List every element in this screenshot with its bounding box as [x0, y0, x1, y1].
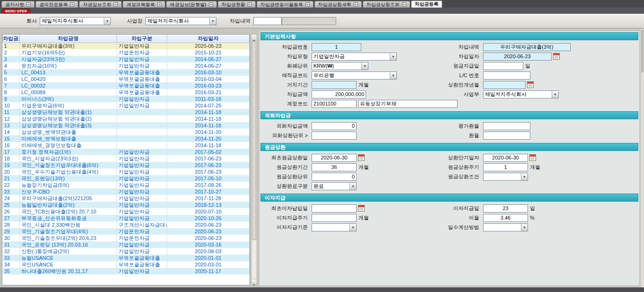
company-select[interactable]: 제일저지주식회사 — [40, 17, 111, 25]
first-repay-date-input[interactable] — [312, 154, 357, 162]
tab-item[interactable]: 공지사항× — [1, 1, 35, 8]
deposit-code-select[interactable]: 우리은행 — [312, 71, 397, 80]
tab-item[interactable]: 차입금현황× — [218, 1, 256, 8]
principal-pay-day-input[interactable] — [483, 62, 523, 70]
calendar-icon[interactable] — [358, 205, 365, 212]
loan-desc-filter-input[interactable] — [253, 17, 282, 25]
day-count-method-select[interactable] — [483, 223, 528, 231]
fx-rate-input[interactable] — [483, 132, 530, 140]
menu-open-button[interactable]: MENU OPEN — [1, 9, 31, 13]
tab-item[interactable]: 자금일보조회× — [79, 1, 122, 8]
tab-active[interactable]: 차입금등록 — [411, 0, 442, 8]
table-row[interactable]: 14삼성생명_변액약관대출2014-11-20 — [3, 129, 250, 135]
table-row[interactable]: 23신보 P-CBO기업일반자금2017-10-27 — [3, 188, 250, 195]
fx-eval-rate-input[interactable] — [483, 122, 530, 130]
table-row[interactable]: 19국민_기술창조기업우대대출(6억)기업일반자금2017-06-23 — [3, 162, 250, 168]
tab-close-icon[interactable]: × — [27, 2, 31, 7]
tab-item[interactable]: 차입금상환조회× — [363, 1, 410, 8]
table-row[interactable]: 17중기청 정책자금(1억)기업일반자금2017-05-02 — [3, 149, 250, 155]
repay-condition-select[interactable] — [483, 173, 528, 181]
loan-type-select[interactable]: 기업일반자금 — [312, 53, 397, 61]
tab-close-icon[interactable]: × — [114, 2, 118, 7]
tab-item[interactable]: 차입금변동이율등록× — [257, 1, 313, 8]
tab-item[interactable]: 차입금상환계획× — [314, 1, 362, 8]
table-row[interactable]: 11삼성생명단체보험 약관대출(1)2014-11-18 — [3, 109, 250, 115]
tab-item[interactable]: 예금일보(은행별)× — [166, 1, 217, 8]
maturity-date-input[interactable] — [483, 154, 528, 162]
tab-item[interactable]: 결의전표등록× — [36, 1, 78, 8]
interest-pay-day-input[interactable] — [483, 204, 528, 212]
column-header[interactable]: 차입금명 — [20, 35, 117, 43]
tab-close-icon[interactable]: × — [157, 2, 161, 7]
loan-amount-input[interactable] — [312, 90, 366, 98]
calendar-icon[interactable] — [529, 154, 536, 161]
table-row[interactable]: 4운전자금(10억)기업일반자금2014-06-27 — [3, 62, 250, 69]
window-vertical-scrollbar[interactable] — [641, 29, 644, 287]
interest-cycle-input[interactable] — [312, 214, 357, 222]
table-row[interactable]: 10기업운영자금(6억)기업일반자금2014-07-25 — [3, 102, 250, 109]
fx-repay-unit-input[interactable] — [312, 132, 357, 140]
table-row[interactable]: 26국민_TCB신용대출(2억) 20.7.10기업일반자금2020-07-10 — [3, 208, 250, 215]
table-row[interactable]: 3시설자금(23억3천)기업일반자금2014-06-27 — [3, 56, 250, 62]
table-row[interactable]: 27부국증권_선순위유동화증권기업일반자금2020-10-26 — [3, 215, 250, 221]
table-row[interactable]: 24우리구매자금대출(2억)221205기업일반자금2017-11-28 — [3, 195, 250, 202]
scroll-thumb[interactable] — [641, 30, 644, 72]
table-row[interactable]: 28국민_시설대 2,330백만원구조개선시설자금대출2020-06-23 — [3, 221, 250, 228]
loan-desc-input[interactable] — [483, 43, 571, 51]
lc-no-input[interactable] — [483, 71, 530, 80]
column-header[interactable]: 차입금코드 — [3, 35, 20, 43]
table-row[interactable]: 9마이너스(3억)기업일반자금2011-03-18 — [3, 96, 250, 102]
loan-desc-filter-input-2[interactable] — [282, 17, 336, 25]
account-code-input[interactable] — [312, 100, 357, 108]
before-repay-ym-input[interactable] — [483, 81, 526, 89]
loan-no-input[interactable] — [312, 43, 361, 51]
scroll-down-icon[interactable] — [251, 279, 257, 285]
table-row[interactable]: 20국민_우수기술기업신용대출(4억)기업일반자금2017-06-23 — [3, 168, 250, 175]
table-row[interactable]: 22농협장기차입금(5억)기업일반자금2017-09-26 — [3, 182, 250, 188]
repay-cycle-input[interactable] — [483, 163, 528, 171]
table-row[interactable]: 25농협일반자금대출(2억)기업일반자금2018-12-13 — [3, 202, 250, 208]
column-header[interactable]: 차입일자 — [167, 35, 250, 43]
table-row[interactable]: 8LC_00089무역포괄금융대출2016-03-21 — [3, 89, 250, 96]
repay-period-input[interactable] — [312, 163, 357, 171]
currency-select[interactable]: KRW(₩) — [312, 62, 368, 70]
repay-unit-input[interactable] — [312, 173, 357, 181]
scroll-thumb[interactable] — [252, 41, 256, 240]
fx-amount-input[interactable] — [312, 122, 357, 130]
site-select[interactable]: 제일저지주식회사 — [145, 17, 216, 25]
first-interest-date-input[interactable] — [312, 204, 357, 212]
table-row[interactable]: 35하나대출260백만원 20,11,17기업일반자금2020-11-17 — [3, 268, 250, 274]
table-row[interactable]: 30국민_기술창조우대(2억) 20,6,23기업운전자금2020-06-23 — [3, 235, 250, 241]
repay-complete-select[interactable]: 완료 — [312, 182, 357, 190]
table-row[interactable]: 34국민USANCE무역포괄금융대출2020-03-01 — [3, 261, 250, 268]
tab-close-icon[interactable]: × — [354, 2, 358, 7]
grace-period-input[interactable] — [312, 81, 357, 89]
calendar-icon[interactable] — [527, 81, 534, 88]
tab-item[interactable]: 계정과목등록× — [123, 1, 165, 8]
tab-close-icon[interactable]: × — [305, 2, 310, 7]
tab-close-icon[interactable]: × — [209, 2, 213, 7]
table-row[interactable]: 7LC_00032무역포괄금융대출2016-03-23 — [3, 82, 250, 89]
table-row[interactable]: 33농협USANCE무역포괄금융대출2020-01-01 — [3, 255, 250, 261]
table-row[interactable]: 29국민_기술창조기업우대(4억)기업운전자금2020-06-23 — [3, 228, 250, 235]
tab-close-icon[interactable]: × — [70, 2, 74, 7]
interest-basis-select[interactable] — [312, 223, 357, 231]
table-row[interactable]: 1우리구매자금대출(3억)기업일반자금2020-06-23 — [3, 43, 250, 49]
tab-close-icon[interactable]: × — [402, 2, 406, 7]
calendar-icon[interactable] — [358, 154, 365, 161]
table-row[interactable]: 18국민_시설자금(23억3천)기업일반자금2017-06-23 — [3, 155, 250, 162]
table-row[interactable]: 5LC_00413무역포괄금융대출2016-03-10 — [3, 69, 250, 76]
scroll-up-icon[interactable] — [251, 35, 257, 41]
table-row[interactable]: 13삼성생명단체보험 약관대출(3)2014-11-18 — [3, 122, 250, 129]
table-row[interactable]: 16미래에셋_경영인보험대출2014-11-18 — [3, 142, 250, 149]
biz-unit-select[interactable]: 제일저지주식회사 — [483, 90, 559, 98]
tab-close-icon[interactable]: × — [248, 2, 252, 7]
table-row[interactable]: 32신한(-)통장예금(2억)기업일반자금2020-08-03 — [3, 248, 250, 255]
loan-date-input[interactable] — [483, 53, 552, 61]
table-row[interactable]: 12삼성생명단체보험 약관대출(2)2014-11-18 — [3, 115, 250, 122]
table-row[interactable]: 2기업기보(16억5천)기업운전자금2015-10-21 — [3, 49, 250, 56]
table-row[interactable]: 6LC_00420무역포괄금융대출2016-03-04 — [3, 76, 250, 82]
table-row[interactable]: 31국민_온렌딩 (13억) 20.03.16기업일반자금2020-03-16 — [3, 241, 250, 248]
interest-rate-input[interactable] — [483, 214, 528, 222]
account-name-input[interactable] — [358, 100, 457, 108]
